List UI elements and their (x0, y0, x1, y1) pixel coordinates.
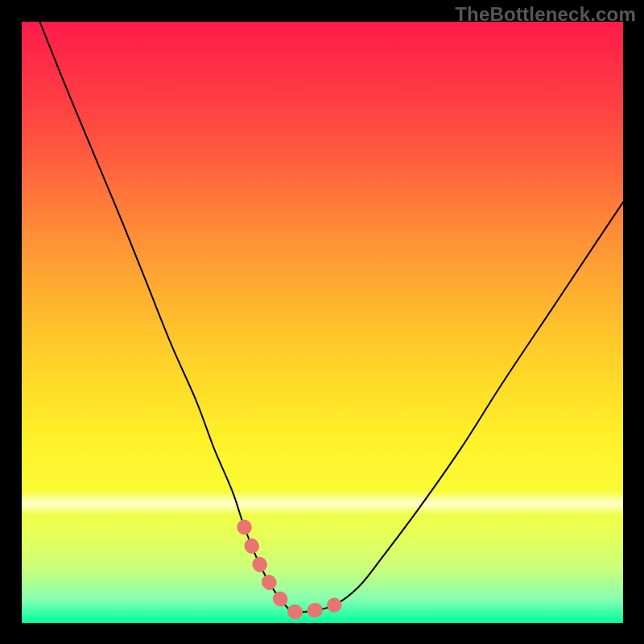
plot-area (22, 22, 623, 623)
score-gradient-background (22, 22, 623, 623)
chart-frame: TheBottleneck.com (0, 0, 644, 644)
watermark-text: TheBottleneck.com (455, 3, 636, 26)
